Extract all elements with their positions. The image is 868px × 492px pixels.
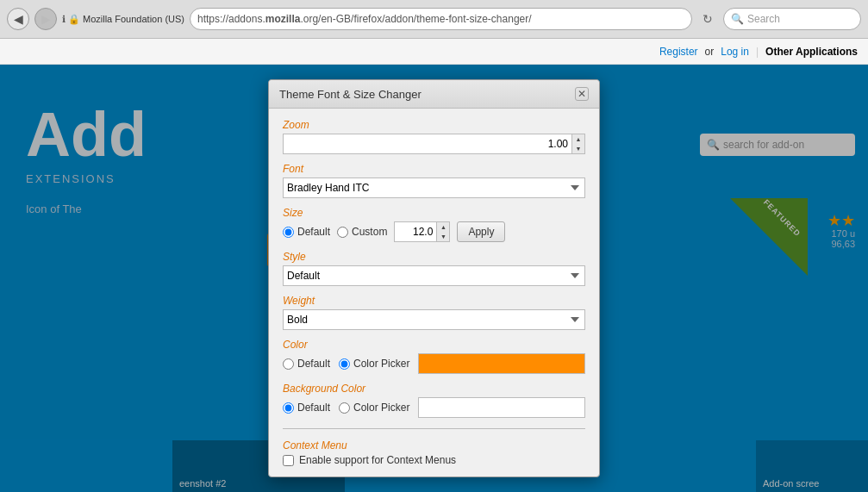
section-divider <box>283 428 585 429</box>
bgcolor-label: Background Color <box>283 383 585 395</box>
browser-chrome: ◀ ▶ ℹ 🔒 Mozilla Foundation (US) https://… <box>0 0 868 39</box>
bgcolor-picker-radio[interactable] <box>339 402 350 414</box>
security-info[interactable]: ℹ 🔒 Mozilla Foundation (US) <box>62 14 184 25</box>
color-swatch[interactable] <box>418 353 585 374</box>
size-input[interactable] <box>394 221 437 242</box>
color-default-text: Default <box>297 358 330 370</box>
address-bar[interactable]: https://addons.mozilla.org/en-GB/firefox… <box>190 8 692 30</box>
zoom-down-button[interactable]: ▼ <box>572 144 584 153</box>
top-nav: Register or Log in | Other Applications <box>0 39 868 65</box>
modal-header: Theme Font & Size Changer ✕ <box>269 80 599 109</box>
refresh-button[interactable]: ↻ <box>697 9 718 29</box>
search-icon: 🔍 <box>731 13 744 25</box>
bgcolor-radio-row: Default Color Picker <box>283 397 585 418</box>
size-custom-radio[interactable] <box>337 227 348 238</box>
size-row: Default Custom ▲ ▼ <box>283 221 585 242</box>
bgcolor-default-text: Default <box>297 402 330 414</box>
main-content: Add EXTENSIONS Icon of The bal font size… <box>0 65 868 492</box>
bgcolor-picker-label[interactable]: Color Picker <box>339 402 409 414</box>
forward-button[interactable]: ▶ <box>34 8 57 30</box>
font-field: Font Bradley Hand ITC <box>283 163 585 198</box>
size-default-radio[interactable] <box>283 227 294 238</box>
info-icon: ℹ <box>62 14 66 25</box>
color-label: Color <box>283 339 585 351</box>
weight-label: Weight <box>283 295 585 307</box>
color-picker-label[interactable]: Color Picker <box>339 358 409 370</box>
style-field: Style Default <box>283 251 585 286</box>
login-link[interactable]: Log in <box>721 46 749 58</box>
size-down-button[interactable]: ▼ <box>437 232 449 241</box>
context-checkbox-row: Enable support for Context Menus <box>283 454 585 466</box>
size-label: Size <box>283 207 585 219</box>
theme-font-modal: Theme Font & Size Changer ✕ Zoom ▲ ▼ <box>268 79 600 477</box>
size-default-radio-label[interactable]: Default <box>283 226 330 238</box>
weight-select[interactable]: Bold <box>283 309 585 330</box>
bgcolor-default-label[interactable]: Default <box>283 402 330 414</box>
style-label: Style <box>283 251 585 263</box>
bgcolor-swatch[interactable] <box>418 397 585 418</box>
context-label: Context Menu <box>283 439 585 452</box>
modal-overlay: Theme Font & Size Changer ✕ Zoom ▲ ▼ <box>0 65 868 492</box>
context-field: Context Menu Enable support for Context … <box>283 439 585 466</box>
size-input-wrap: ▲ ▼ <box>394 221 450 242</box>
modal-close-button[interactable]: ✕ <box>575 87 589 101</box>
bgcolor-picker-text: Color Picker <box>353 402 409 414</box>
bgcolor-field: Background Color Default Color Picker <box>283 383 585 418</box>
back-button[interactable]: ◀ <box>7 8 29 30</box>
modal-body: Zoom ▲ ▼ Font Bradley Hand ITC <box>269 109 599 476</box>
site-identity: Mozilla Foundation (US) <box>83 14 184 24</box>
font-select[interactable]: Bradley Hand ITC <box>283 177 585 198</box>
weight-field: Weight Bold <box>283 295 585 330</box>
browser-search-placeholder: Search <box>747 13 780 25</box>
color-default-label[interactable]: Default <box>283 358 330 370</box>
color-radio-row: Default Color Picker <box>283 353 585 374</box>
modal-title: Theme Font & Size Changer <box>279 88 422 101</box>
register-link[interactable]: Register <box>659 46 698 58</box>
zoom-spin-buttons: ▲ ▼ <box>572 134 585 154</box>
zoom-field: Zoom ▲ ▼ <box>283 119 585 154</box>
browser-search-bar[interactable]: 🔍 Search <box>723 8 861 30</box>
apply-button[interactable]: Apply <box>457 221 505 242</box>
zoom-input-wrap: ▲ ▼ <box>283 134 585 154</box>
context-menu-checkbox[interactable] <box>283 455 294 466</box>
bgcolor-default-radio[interactable] <box>283 402 294 414</box>
style-select[interactable]: Default <box>283 265 585 286</box>
context-checkbox-label: Enable support for Context Menus <box>299 454 456 466</box>
or-text: or <box>705 46 715 58</box>
color-default-radio[interactable] <box>283 358 294 370</box>
color-picker-radio[interactable] <box>339 358 350 370</box>
size-default-label: Default <box>297 226 330 238</box>
size-spin-buttons: ▲ ▼ <box>437 221 450 242</box>
size-up-button[interactable]: ▲ <box>437 222 449 232</box>
url-text: https://addons.mozilla.org/en-GB/firefox… <box>197 13 532 25</box>
color-picker-text: Color Picker <box>353 358 409 370</box>
size-custom-label: Custom <box>352 226 387 238</box>
font-label: Font <box>283 163 585 175</box>
color-field: Color Default Color Picker <box>283 339 585 374</box>
size-field: Size Default Custom <box>283 207 585 242</box>
size-custom-radio-label[interactable]: Custom <box>337 226 387 238</box>
zoom-input[interactable] <box>283 134 572 154</box>
zoom-up-button[interactable]: ▲ <box>572 134 584 144</box>
zoom-label: Zoom <box>283 119 585 131</box>
lock-icon: 🔒 <box>68 14 80 25</box>
other-apps-link[interactable]: Other Applications <box>765 46 858 58</box>
